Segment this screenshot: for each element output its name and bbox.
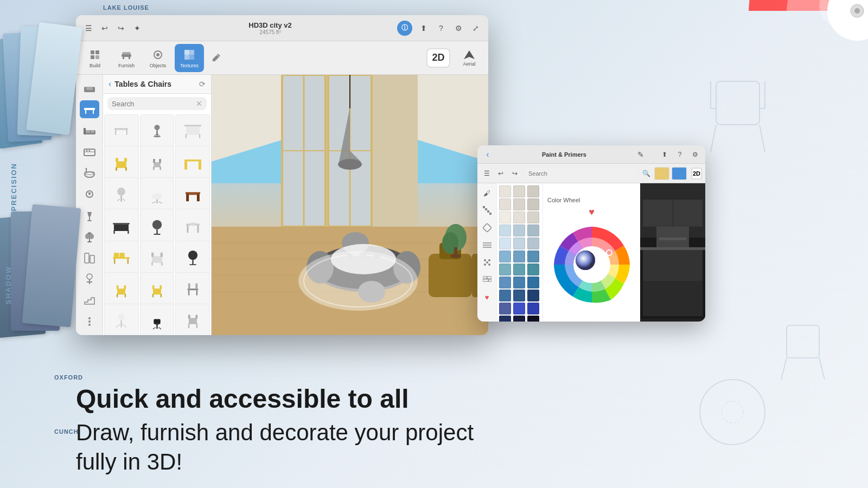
furniture-item-6[interactable]: [175, 146, 210, 181]
redo-icon[interactable]: ↪: [115, 22, 127, 34]
cwp-help-icon[interactable]: ?: [674, 149, 686, 160]
cwp-pattern1-icon[interactable]: [480, 203, 495, 218]
color-swatch[interactable]: [499, 185, 511, 197]
furniture-item-4[interactable]: [104, 146, 139, 181]
cwp-paint-icon[interactable]: 🖌: [480, 185, 495, 201]
cwp-settings-icon[interactable]: ⚙: [689, 149, 701, 160]
cwp-color-preview[interactable]: [654, 167, 669, 180]
panel-search-input[interactable]: [112, 100, 194, 108]
color-swatch[interactable]: [499, 251, 511, 262]
sidebar-kitchen-icon[interactable]: [80, 143, 99, 161]
sidebar-plant-icon[interactable]: [80, 228, 99, 246]
color-swatch[interactable]: [513, 211, 525, 223]
color-swatch[interactable]: [513, 198, 525, 210]
furniture-item-16[interactable]: [104, 272, 139, 307]
cwp-texture-icon[interactable]: [480, 255, 495, 270]
color-swatch[interactable]: [513, 290, 525, 301]
color-swatch[interactable]: [499, 198, 511, 210]
sidebar-stairs-icon[interactable]: [80, 292, 99, 310]
color-swatch[interactable]: [499, 277, 511, 288]
color-swatch[interactable]: [499, 211, 511, 223]
search-clear-icon[interactable]: ✕: [196, 99, 202, 108]
color-swatch[interactable]: [513, 224, 525, 236]
furniture-item-18[interactable]: [175, 272, 210, 307]
sidebar-more-icon[interactable]: [80, 313, 99, 331]
cwp-share-icon[interactable]: ⬆: [659, 149, 671, 160]
sidebar-bath-icon[interactable]: [80, 164, 99, 182]
color-swatch[interactable]: [527, 264, 539, 275]
cwp-pattern3-icon[interactable]: [480, 237, 495, 253]
cwp-back-button[interactable]: ‹: [482, 149, 494, 160]
sidebar-sofa-icon[interactable]: [80, 79, 99, 97]
furniture-item-17[interactable]: [140, 272, 175, 307]
panel-refresh-button[interactable]: ⟳: [199, 80, 206, 88]
cwp-brick-icon[interactable]: [480, 272, 495, 287]
furniture-item-1[interactable]: [104, 114, 139, 149]
aerial-button[interactable]: Aerial: [455, 44, 484, 72]
sidebar-lamp-icon[interactable]: [80, 207, 99, 224]
share-icon[interactable]: ⬆: [418, 22, 430, 34]
color-swatch[interactable]: [513, 303, 525, 314]
furniture-item-8[interactable]: [140, 177, 175, 212]
sidebar-table-icon[interactable]: [80, 100, 99, 118]
toolbar-objects-btn[interactable]: Objects: [143, 44, 173, 72]
color-swatch[interactable]: [513, 185, 525, 197]
panel-back-button[interactable]: ‹: [108, 79, 111, 89]
color-swatch[interactable]: [499, 237, 511, 249]
cwp-edit-icon[interactable]: ✎: [635, 149, 647, 160]
info-button[interactable]: ⓘ: [397, 21, 412, 36]
color-swatch[interactable]: [527, 290, 539, 301]
furniture-item-5[interactable]: [140, 146, 175, 181]
furniture-item-2[interactable]: [140, 114, 175, 149]
cwp-fav-icon[interactable]: ♥: [480, 290, 495, 305]
magic-icon[interactable]: ✦: [131, 22, 143, 34]
2d-button[interactable]: 2D: [426, 48, 450, 68]
toolbar-furnish-btn[interactable]: Furnish: [112, 44, 141, 72]
color-swatch[interactable]: [499, 224, 511, 236]
color-swatch[interactable]: [513, 264, 525, 275]
furniture-item-11[interactable]: [140, 209, 175, 243]
cwp-pattern2-icon[interactable]: [480, 220, 495, 235]
cwp-search-icon[interactable]: 🔍: [640, 168, 652, 179]
color-swatch[interactable]: [513, 251, 525, 262]
wheel-heart-icon[interactable]: ♥: [589, 207, 595, 218]
help-icon[interactable]: ?: [435, 22, 447, 34]
color-swatch[interactable]: [527, 198, 539, 210]
color-swatch[interactable]: [499, 290, 511, 301]
toolbar-build-btn[interactable]: Build: [80, 44, 110, 72]
sidebar-outdoor-icon[interactable]: [80, 271, 99, 288]
furniture-item-19[interactable]: [104, 304, 139, 335]
sidebar-decor-icon[interactable]: [80, 249, 99, 267]
cwp-undo-icon[interactable]: ↩: [495, 168, 507, 179]
furniture-item-14[interactable]: [140, 241, 175, 275]
color-swatch[interactable]: [513, 277, 525, 288]
toolbar-textures-btn[interactable]: Textures: [175, 44, 204, 72]
toolbar-paint-btn[interactable]: [206, 44, 226, 72]
color-swatch[interactable]: [513, 316, 525, 322]
color-swatch[interactable]: [527, 303, 539, 314]
cwp-texture-preview[interactable]: [672, 167, 687, 180]
color-swatch[interactable]: [527, 185, 539, 197]
sidebar-toy-icon[interactable]: [80, 185, 99, 203]
color-swatch[interactable]: [527, 211, 539, 223]
undo-icon[interactable]: ↩: [99, 22, 111, 34]
furniture-item-3[interactable]: [175, 114, 210, 149]
cwp-2d-button[interactable]: 2D: [691, 168, 702, 179]
color-swatch[interactable]: [527, 277, 539, 288]
furniture-item-12[interactable]: [175, 209, 210, 243]
furniture-item-7[interactable]: [104, 177, 139, 212]
color-swatch[interactable]: [527, 251, 539, 262]
color-swatch[interactable]: [527, 316, 539, 322]
cwp-search-input[interactable]: [528, 170, 633, 177]
color-swatch[interactable]: [513, 237, 525, 249]
furniture-item-10[interactable]: [104, 209, 139, 243]
furniture-item-21[interactable]: [175, 304, 210, 335]
menu-icon[interactable]: ☰: [82, 22, 94, 34]
settings-icon[interactable]: ⚙: [452, 22, 464, 34]
color-swatch[interactable]: [499, 264, 511, 275]
color-swatch[interactable]: [499, 316, 511, 322]
color-swatch[interactable]: [527, 224, 539, 236]
furniture-item-9[interactable]: [175, 177, 210, 212]
color-swatch[interactable]: [499, 303, 511, 314]
color-swatch[interactable]: [527, 237, 539, 249]
